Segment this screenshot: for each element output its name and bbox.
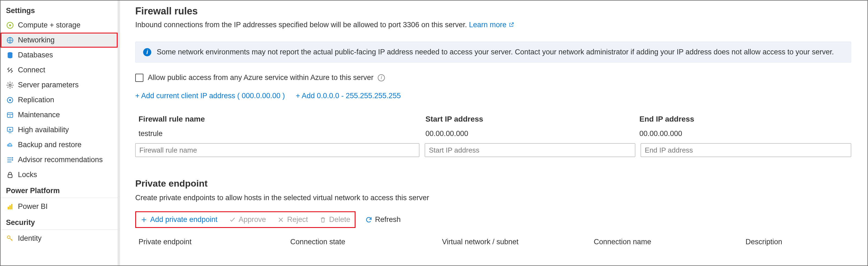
learn-more-link[interactable]: Learn more [469, 21, 515, 29]
replication-icon [6, 96, 14, 104]
approve-label: Approve [239, 215, 266, 224]
svg-point-9 [12, 157, 13, 159]
pe-col-endpoint: Private endpoint [138, 238, 285, 246]
pe-col-descr: Description [745, 238, 848, 246]
table-row: testrule 00.00.00.000 00.00.00.000 [135, 126, 851, 141]
svg-rect-13 [9, 205, 11, 209]
sidebar-item-maintenance[interactable]: Maintenance [1, 107, 118, 123]
start-ip-input[interactable] [425, 143, 635, 157]
plus-icon [141, 216, 148, 223]
sidebar-item-replication[interactable]: Replication [1, 92, 118, 107]
sidebar-item-server-params[interactable]: Server parameters [1, 78, 118, 92]
reject-label: Reject [287, 215, 308, 224]
cell-end: 00.00.00.000 [639, 130, 848, 138]
refresh-button[interactable]: Refresh [364, 214, 403, 225]
add-pe-label: Add private endpoint [150, 215, 218, 224]
reject-button: Reject [276, 214, 310, 225]
pe-highlighted-actions: Add private endpoint Approve Reject Dele… [135, 211, 355, 228]
pe-col-conn: Connection name [594, 238, 740, 246]
svg-point-6 [9, 99, 11, 101]
firewall-input-row [135, 141, 851, 159]
pe-col-state: Connection state [290, 238, 437, 246]
private-endpoint-title: Private endpoint [135, 178, 851, 189]
private-endpoint-desc: Create private endpoints to allow hosts … [135, 194, 851, 202]
pe-action-row: Add private endpoint Approve Reject Dele… [135, 211, 851, 228]
globe-icon [6, 36, 14, 44]
section-settings-header: Settings [1, 2, 118, 18]
allow-public-checkbox[interactable] [135, 74, 144, 82]
sidebar-item-databases[interactable]: Databases [1, 48, 118, 62]
lock-icon [6, 171, 14, 179]
add-private-endpoint-button[interactable]: Add private endpoint [139, 214, 219, 225]
add-current-ip-link[interactable]: + Add current client IP address ( 000.0.… [135, 92, 285, 100]
cloud-up-icon [6, 141, 14, 149]
svg-point-4 [9, 84, 11, 86]
cell-start: 00.00.00.000 [425, 130, 634, 138]
section-security-header: Security [1, 214, 118, 230]
sidebar-item-label: Compute + storage [18, 21, 81, 29]
sidebar-item-label: Power BI [18, 202, 48, 211]
sidebar-item-locks[interactable]: Locks [1, 167, 118, 182]
sidebar-item-label: Replication [18, 96, 54, 104]
hint-icon[interactable]: i [378, 74, 385, 81]
approve-button: Approve [227, 214, 268, 225]
rule-name-input[interactable] [135, 143, 419, 157]
check-icon [229, 216, 236, 223]
sidebar-item-label: Identity [18, 234, 41, 243]
sidebar-item-compute[interactable]: Compute + storage [1, 18, 118, 33]
trash-icon [319, 216, 327, 223]
external-link-icon [508, 21, 515, 27]
maintenance-icon [6, 111, 14, 119]
connect-icon [6, 66, 14, 74]
cell-name: testrule [138, 130, 420, 138]
refresh-label: Refresh [375, 215, 401, 224]
firewall-table-header: Firewall rule name Start IP address End … [135, 112, 851, 126]
sidebar-item-connect[interactable]: Connect [1, 62, 118, 78]
sidebar-item-identity[interactable]: Identity [1, 231, 118, 246]
firewall-rules-title: Firewall rules [135, 5, 851, 17]
refresh-icon [365, 216, 372, 223]
sidebar-item-label: Locks [18, 170, 37, 179]
pe-table-header: Private endpoint Connection state Virtua… [135, 233, 851, 247]
section-power-platform-header: Power Platform [1, 182, 118, 198]
advisor-icon [6, 156, 14, 164]
sidebar-item-label: Connect [18, 66, 45, 74]
sidebar-item-backup[interactable]: Backup and restore [1, 137, 118, 152]
sidebar-item-networking[interactable]: Networking [1, 33, 118, 48]
sidebar-item-label: Server parameters [18, 81, 79, 89]
delete-label: Delete [329, 215, 350, 224]
svg-point-15 [7, 236, 10, 239]
svg-point-10 [12, 159, 13, 160]
add-ip-range-link[interactable]: + Add 0.0.0.0 - 255.255.255.255 [296, 92, 401, 100]
compute-icon [6, 21, 14, 29]
database-icon [6, 51, 14, 59]
col-end: End IP address [639, 115, 848, 124]
powerbi-icon [6, 203, 14, 211]
pe-col-vnet: Virtual network / subnet [442, 238, 588, 246]
svg-rect-14 [11, 204, 12, 209]
desc-text: Inbound connections from the IP addresse… [135, 21, 469, 29]
allow-public-label: Allow public access from any Azure servi… [148, 74, 373, 82]
end-ip-input[interactable] [641, 143, 851, 157]
x-icon [277, 216, 284, 223]
svg-rect-11 [8, 174, 12, 177]
delete-button: Delete [318, 214, 352, 225]
sidebar-item-advisor[interactable]: Advisor recommendations [1, 152, 118, 167]
sidebar-item-label: Networking [18, 36, 55, 44]
firewall-rules-desc: Inbound connections from the IP addresse… [135, 21, 851, 29]
col-start: Start IP address [425, 115, 634, 124]
sidebar-item-label: Backup and restore [18, 141, 82, 149]
sidebar-item-label: Advisor recommendations [18, 156, 103, 164]
svg-point-1 [9, 24, 11, 26]
info-box: i Some network environments may not repo… [135, 42, 851, 62]
add-ip-links: + Add current client IP address ( 000.0.… [135, 92, 851, 100]
sidebar-item-high-availability[interactable]: High availability [1, 123, 118, 137]
svg-rect-12 [8, 207, 9, 209]
ha-icon [6, 126, 14, 134]
firewall-table: Firewall rule name Start IP address End … [135, 112, 851, 159]
key-icon [6, 235, 14, 243]
col-name: Firewall rule name [138, 115, 420, 124]
sidebar-item-powerbi[interactable]: Power BI [1, 199, 118, 214]
main-pane: Firewall rules Inbound connections from … [118, 1, 867, 265]
info-text: Some network environments may not report… [157, 48, 834, 56]
